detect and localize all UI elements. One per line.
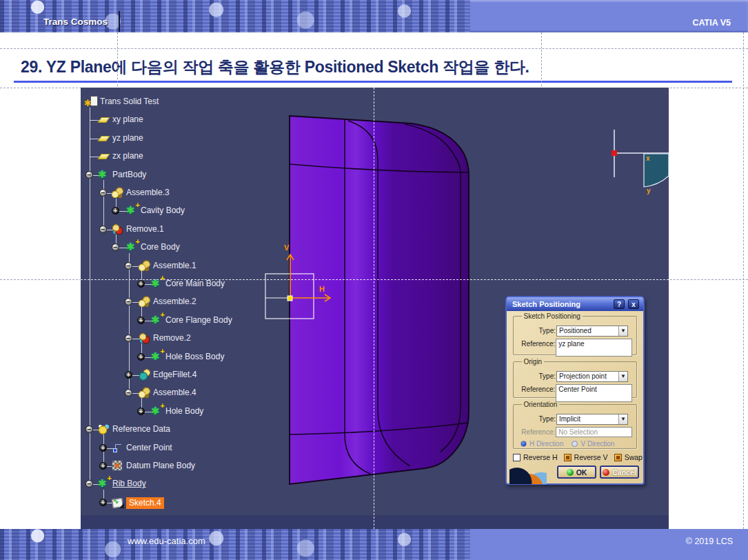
dialog-body: Sketch Positioning Type: Positioned ▼ Re…: [507, 311, 643, 486]
orientation-checkboxes: Reverse H Reverse V Swap: [513, 453, 643, 461]
checkbox-icon[interactable]: [564, 454, 572, 461]
dialog-titlebar[interactable]: Sketch Positioning ? x: [507, 297, 643, 311]
combo-arrow-icon[interactable]: ▼: [618, 372, 627, 381]
orientation-reference-field[interactable]: No Selection: [556, 427, 632, 437]
guide-white-vertical: [374, 88, 374, 529]
combo-arrow-icon[interactable]: ▼: [618, 414, 627, 424]
type-label: Type:: [514, 326, 556, 337]
orientation-type-combo[interactable]: Implicit ▼: [556, 414, 628, 425]
checkbox-reverse-h[interactable]: Reverse H: [513, 453, 558, 461]
guide-vertical-right: [743, 32, 744, 529]
radio-h-direction[interactable]: H Direction: [520, 440, 563, 448]
type-label: Type:: [514, 371, 556, 382]
group-orientation: Orientation Type: Implicit ▼ Reference: …: [513, 401, 637, 449]
radio-dot-icon[interactable]: [520, 441, 527, 447]
header-tab-edge: [119, 11, 120, 32]
title-rule: [14, 81, 732, 83]
brand-label: Trans Cosmos: [43, 17, 108, 27]
footer-site-link[interactable]: www.edu-catia.com: [128, 536, 205, 546]
reference-label: Reference:: [514, 427, 556, 437]
corner-axis-x-label: x: [646, 154, 650, 162]
checkbox-icon[interactable]: [614, 454, 622, 461]
group-legend: Sketch Positioning: [522, 312, 583, 320]
positioning-type-combo[interactable]: Positioned ▼: [556, 326, 628, 337]
corner-axis-point: [611, 150, 617, 156]
sketch-positioning-dialog: Sketch Positioning ? x Sketch Positionin…: [505, 296, 645, 485]
dialog-help-button[interactable]: ?: [614, 299, 625, 309]
dialog-decoration-swirl: [509, 465, 547, 484]
radio-v-direction[interactable]: V Direction: [572, 440, 614, 448]
ok-button[interactable]: OK: [557, 466, 596, 479]
guide-horizontal-top: [0, 48, 748, 49]
reference-label: Reference:: [514, 339, 556, 357]
group-origin: Origin Type: Projection point ▼ Referenc…: [513, 358, 637, 398]
ok-orb-icon: [567, 469, 574, 476]
page-title: 29. YZ Plane에 다음의 작업 축을 활용한 Positioned S…: [21, 57, 529, 78]
checkbox-icon[interactable]: [513, 454, 520, 461]
header-band: Trans Cosmos CATIA V5: [0, 0, 748, 32]
cancel-orb-icon: [603, 469, 609, 476]
product-label: CATIA V5: [692, 18, 731, 28]
origin-type-combo[interactable]: Projection point ▼: [556, 371, 628, 382]
footer-pattern: [0, 529, 470, 560]
axis-h-label: H: [319, 285, 325, 293]
corner-axis-widget: [611, 130, 669, 187]
sketch-axes: [287, 254, 330, 301]
combo-arrow-icon[interactable]: ▼: [618, 326, 627, 336]
slide: Trans Cosmos CATIA V5 29. YZ Plane에 다음의 …: [0, 0, 748, 560]
footer-copyright: © 2019 LCS: [686, 537, 733, 546]
catia-screenshot: Trans Solid Testxy planeyz planezx plane…: [81, 88, 669, 529]
guide-white-horizontal: [81, 279, 669, 280]
dialog-title: Sketch Positioning: [512, 300, 580, 308]
reference-label: Reference:: [514, 384, 556, 402]
dialog-close-button[interactable]: x: [628, 299, 639, 309]
type-label: Type:: [514, 414, 556, 425]
sketch-origin-point: [287, 296, 292, 301]
positioning-reference-field[interactable]: yz plane: [556, 339, 632, 357]
cancel-button[interactable]: Cancel: [600, 466, 639, 479]
axis-v-label: V: [284, 243, 289, 252]
radio-dot-icon[interactable]: [572, 441, 578, 447]
footer-band: www.edu-catia.com © 2019 LCS: [0, 529, 748, 560]
origin-reference-field[interactable]: Center Point: [556, 384, 632, 402]
dialog-buttons: OK Cancel: [557, 466, 639, 479]
checkbox-swap[interactable]: Swap: [614, 453, 643, 461]
group-legend: Orientation: [522, 401, 560, 408]
checkbox-reverse-v[interactable]: Reverse V: [564, 453, 608, 461]
group-legend: Origin: [522, 358, 545, 366]
group-sketch-positioning: Sketch Positioning Type: Positioned ▼ Re…: [513, 312, 637, 355]
corner-axis-y-label: y: [647, 187, 651, 194]
